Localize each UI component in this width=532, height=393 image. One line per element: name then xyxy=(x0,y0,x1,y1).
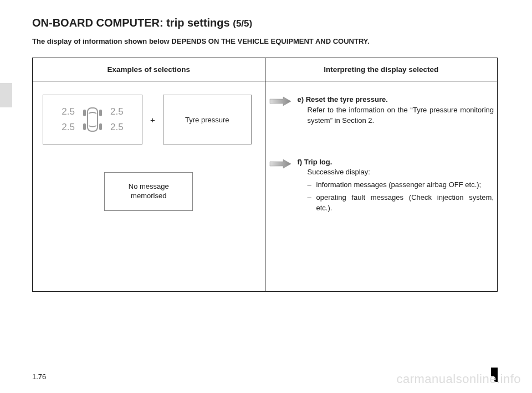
depends-note: The display of information shown below D… xyxy=(32,37,511,45)
interp-text-e: e) Reset the tyre pressure. Refer to the… xyxy=(298,95,494,126)
tyre-rear-right: 2.5 xyxy=(110,122,124,133)
svg-rect-1 xyxy=(83,110,86,116)
svg-marker-5 xyxy=(270,97,291,106)
page-content: ON-BOARD COMPUTER: trip settings (5/5) T… xyxy=(0,0,532,292)
tyre-pressure-display: 2.5 2.5 xyxy=(43,95,142,144)
svg-rect-4 xyxy=(99,123,102,130)
watermark: carmanualsonline.info xyxy=(396,372,521,386)
svg-marker-6 xyxy=(270,159,291,168)
list-item: operating fault messages (Check injectio… xyxy=(308,193,494,214)
list-item: information messages (passenger airbag O… xyxy=(308,180,494,190)
svg-rect-0 xyxy=(88,108,98,131)
item-e-letter: e) xyxy=(298,95,304,104)
car-top-icon xyxy=(78,102,107,137)
page-number: 1.76 xyxy=(32,373,46,381)
nomsg-row: No message memorised xyxy=(43,172,255,211)
title-main: ON-BOARD COMPUTER: trip settings xyxy=(32,17,233,29)
arrow-icon xyxy=(269,158,292,172)
item-f-label: Trip log. xyxy=(304,158,332,166)
tyre-label-text: Tyre pressure xyxy=(185,116,229,124)
tyre-front-right: 2.5 xyxy=(110,106,124,117)
header-left: Examples of selections xyxy=(33,58,265,81)
tyre-row: 2.5 2.5 xyxy=(43,95,255,144)
header-right: Interpreting the display selected xyxy=(265,58,498,81)
interp-text-f: f) Trip log. Successive display: informa… xyxy=(298,157,494,216)
title-sub: (5/5) xyxy=(233,18,252,29)
plus-symbol: + xyxy=(150,115,155,125)
item-f-sub: Successive display: xyxy=(308,167,494,178)
tyre-label-box: Tyre pressure xyxy=(163,95,252,144)
item-e-body: Refer to the information on the “Tyre pr… xyxy=(308,105,494,126)
interp-item-f: f) Trip log. Successive display: informa… xyxy=(269,157,494,216)
no-message-box: No message memorised xyxy=(104,172,193,211)
page-title: ON-BOARD COMPUTER: trip settings (5/5) xyxy=(32,17,511,29)
main-table: Examples of selections Interpreting the … xyxy=(32,58,498,292)
cell-examples: 2.5 2.5 xyxy=(33,81,265,292)
nomsg-line2: memorised xyxy=(131,192,166,201)
item-f-bullets: information messages (passenger airbag O… xyxy=(308,180,494,214)
item-f-letter: f) xyxy=(298,158,303,166)
arrow-icon xyxy=(269,96,292,109)
item-e-label: Reset the tyre pressure. xyxy=(306,95,388,104)
tab-marker xyxy=(0,83,12,107)
tyre-rear-left: 2.5 xyxy=(62,122,75,133)
interp-item-e: e) Reset the tyre pressure. Refer to the… xyxy=(269,95,494,126)
tyre-front-left: 2.5 xyxy=(62,106,75,117)
svg-rect-3 xyxy=(83,123,86,130)
nomsg-line1: No message xyxy=(129,182,169,192)
cell-interpreting: e) Reset the tyre pressure. Refer to the… xyxy=(265,81,498,292)
svg-rect-2 xyxy=(99,110,102,116)
